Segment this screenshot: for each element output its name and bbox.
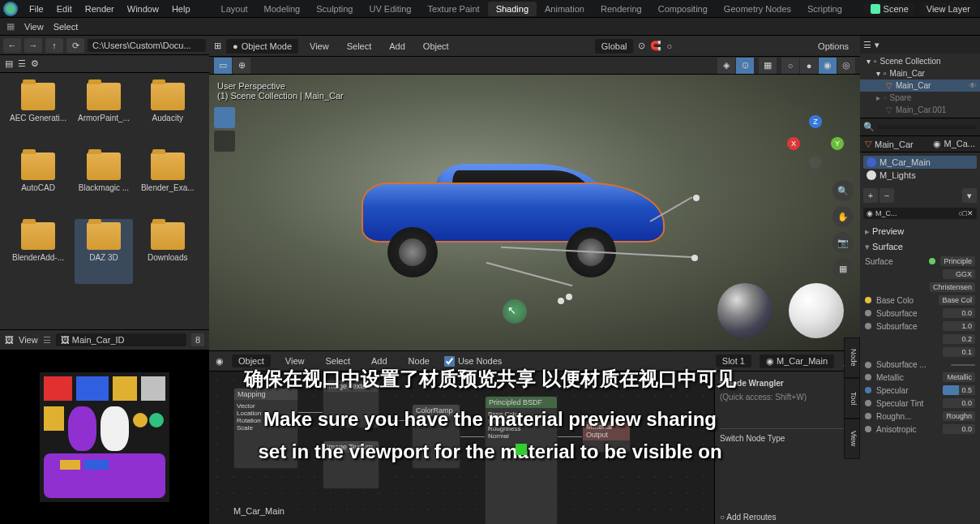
- color-swatch[interactable]: [951, 364, 975, 366]
- matte-preview-sphere[interactable]: [789, 283, 844, 338]
- menu-file[interactable]: File: [23, 4, 50, 14]
- tree-row[interactable]: ▾ ▫ Scene Collection: [860, 55, 980, 67]
- distribution-value[interactable]: GGX: [943, 269, 975, 279]
- node-colorramp[interactable]: ColorRamp: [412, 404, 460, 469]
- subsurface-method-value[interactable]: Christensen: [930, 282, 975, 292]
- workspace-tab-compositing[interactable]: Compositing: [650, 2, 716, 16]
- material-slot[interactable]: M_Car_Main: [863, 156, 977, 169]
- viewport-add-menu[interactable]: Add: [383, 40, 412, 53]
- menu-render[interactable]: Render: [79, 4, 121, 14]
- nw-add-reroutes[interactable]: Add Reroutes: [726, 513, 776, 522]
- mode-selector[interactable]: ● Object Mode: [226, 39, 298, 54]
- tree-row[interactable]: ▽ Main_Car 👁: [860, 79, 980, 92]
- menu-help[interactable]: Help: [165, 4, 197, 14]
- navigation-gizmo[interactable]: Z X Y: [787, 115, 844, 172]
- solid-shading-icon[interactable]: ●: [800, 58, 818, 74]
- node-add-menu[interactable]: Add: [365, 354, 394, 367]
- viewlayer-selector[interactable]: View Layer: [920, 2, 977, 15]
- node-texture[interactable]: Image Texture: [323, 380, 379, 428]
- folder-item[interactable]: AutoCAD: [6, 149, 70, 214]
- material-slot[interactable]: M_Lights: [863, 169, 977, 182]
- filebrowser-path-input[interactable]: C:\Users\Custom\Docu...: [88, 39, 206, 52]
- hdri-preview-sphere[interactable]: [717, 283, 772, 338]
- material-shading-icon[interactable]: ◉: [819, 58, 837, 74]
- node-output[interactable]: Material Output: [582, 420, 631, 453]
- scene-selector[interactable]: Scene: [864, 2, 915, 15]
- image-selector[interactable]: 🖼 Main_Car_ID: [56, 333, 186, 346]
- prop-value[interactable]: 0.1: [943, 347, 975, 357]
- orientation-selector[interactable]: Global: [595, 39, 634, 54]
- filebrowser-editor-icon[interactable]: ▦: [6, 21, 15, 32]
- image-users-count[interactable]: 8: [191, 333, 204, 346]
- prop-value[interactable]: 1.0: [943, 321, 975, 331]
- breadcrumb-material[interactable]: M_Ca...: [944, 139, 975, 148]
- tree-row[interactable]: ▽ Main_Car.001: [860, 104, 980, 116]
- node-material-selector[interactable]: ◉ M_Car_Main: [760, 354, 834, 368]
- viewport-select-menu[interactable]: Select: [340, 40, 379, 53]
- editor-type-icon[interactable]: ⊞: [214, 41, 221, 51]
- x-axis-icon[interactable]: X: [787, 137, 800, 150]
- folder-item[interactable]: AEC Generati...: [6, 79, 70, 144]
- workspace-tab-rendering[interactable]: Rendering: [593, 2, 650, 16]
- shader-type-selector[interactable]: Object: [232, 354, 271, 367]
- options-button[interactable]: Options: [811, 40, 855, 53]
- settings-icon[interactable]: ⚙: [31, 58, 39, 69]
- cursor-tool-icon[interactable]: ⊕: [233, 58, 250, 74]
- nav-refresh-button[interactable]: ⟳: [66, 38, 84, 53]
- menu-window[interactable]: Window: [121, 4, 165, 14]
- side-tab-tool[interactable]: Tool: [844, 378, 860, 419]
- side-tab-view[interactable]: View: [844, 419, 860, 459]
- node-select-menu[interactable]: Select: [319, 354, 357, 367]
- viewport-object-menu[interactable]: Object: [417, 40, 456, 53]
- add-material-button[interactable]: +: [863, 188, 878, 203]
- folder-item[interactable]: BlenderAdd-...: [6, 219, 70, 284]
- overlays-toggle-icon[interactable]: ⊙: [736, 58, 754, 74]
- tree-row[interactable]: ▾ ▫ Main_Car: [860, 67, 980, 79]
- xray-icon[interactable]: ▦: [759, 58, 777, 74]
- image-view-menu[interactable]: View: [19, 335, 38, 345]
- workspace-tab-texture-paint[interactable]: Texture Paint: [419, 2, 487, 16]
- prop-value[interactable]: 0.2: [943, 334, 975, 344]
- gizmo-toggle-icon[interactable]: ◈: [717, 58, 735, 74]
- breadcrumb-object[interactable]: Main_Car: [875, 140, 914, 149]
- outliner-icon[interactable]: ☰: [863, 40, 871, 50]
- surface-section-header[interactable]: Surface: [865, 239, 975, 255]
- pivot-icon[interactable]: ⊙: [638, 41, 645, 51]
- side-tab-node[interactable]: Node: [844, 337, 860, 378]
- image-editor-icon[interactable]: 🖼: [5, 335, 14, 345]
- node-editor-area[interactable]: MappingVectorLocationRotationScale Image…: [209, 372, 860, 524]
- cursor-tool[interactable]: [214, 131, 235, 152]
- workspace-tab-layout[interactable]: Layout: [213, 2, 256, 16]
- node-view-menu[interactable]: View: [279, 354, 311, 367]
- zoom-icon[interactable]: 🔍: [832, 180, 854, 201]
- material-menu-button[interactable]: ▾: [962, 188, 977, 203]
- workspace-tab-scripting[interactable]: Scripting: [799, 2, 850, 16]
- prop-value[interactable]: Roughn: [943, 411, 975, 421]
- remove-material-button[interactable]: −: [879, 188, 894, 203]
- workspace-tab-sculpting[interactable]: Sculpting: [308, 2, 361, 16]
- prop-value[interactable]: 0.0: [943, 308, 975, 318]
- node-mapping[interactable]: MappingVectorLocationRotationScale: [233, 388, 298, 469]
- viewport-view-menu[interactable]: View: [303, 40, 336, 53]
- nav-back-button[interactable]: ←: [3, 38, 21, 53]
- node-principled[interactable]: Principled BSDFBase ColorMetallicRoughne…: [485, 396, 558, 524]
- camera-view-icon[interactable]: 📷: [832, 232, 854, 253]
- workspace-tab-geometry-nodes[interactable]: Geometry Nodes: [716, 2, 799, 16]
- select-tool-icon[interactable]: ▭: [214, 58, 232, 74]
- folder-item[interactable]: Downloads: [138, 219, 198, 284]
- nav-forward-button[interactable]: →: [24, 38, 42, 53]
- y-axis-icon[interactable]: Y: [831, 137, 844, 150]
- prop-value[interactable]: 0.5: [943, 385, 975, 395]
- nav-up-button[interactable]: ↑: [45, 38, 63, 53]
- folder-item[interactable]: ArmorPaint_...: [75, 79, 133, 144]
- pan-icon[interactable]: ✋: [832, 206, 854, 227]
- folder-item[interactable]: Blackmagic ...: [75, 149, 133, 214]
- outliner-search-input[interactable]: [878, 126, 977, 129]
- uv-viewport[interactable]: [0, 350, 209, 524]
- filter-icon[interactable]: ▾: [875, 40, 879, 50]
- use-nodes-checkbox[interactable]: Use Nodes: [444, 356, 502, 367]
- display-mode-icon[interactable]: ▤: [5, 58, 13, 69]
- workspace-tab-animation[interactable]: Animation: [537, 2, 593, 16]
- car-mesh-object[interactable]: [355, 156, 671, 277]
- prop-value[interactable]: Base Col: [939, 295, 975, 305]
